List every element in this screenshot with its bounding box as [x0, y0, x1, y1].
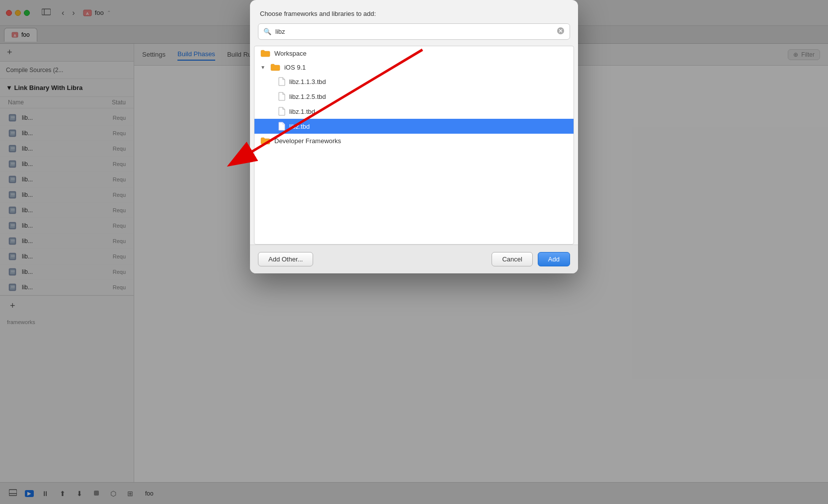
file-item-libz113[interactable]: libz.1.1.3.tbd [254, 74, 574, 89]
dialog-header: Choose frameworks and libraries to add: [250, 0, 578, 23]
file-list: Workspace ▼ iOS 9.1 libz.1.1.3. [254, 46, 574, 245]
search-input[interactable] [275, 28, 553, 35]
file-icon [278, 92, 285, 101]
search-icon: 🔍 [263, 28, 271, 35]
file-name: libz.tbd [289, 123, 310, 130]
file-icon [278, 122, 285, 131]
modal-overlay: Choose frameworks and libraries to add: … [0, 0, 828, 504]
file-name: libz.1.2.5.tbd [289, 93, 326, 100]
dialog-footer: Add Other... Cancel Add [250, 245, 578, 273]
add-other-button[interactable]: Add Other... [258, 252, 313, 266]
file-name: libz.1.1.3.tbd [289, 78, 326, 85]
folder-icon [260, 137, 270, 145]
file-icon [278, 107, 285, 116]
clear-search-button[interactable] [557, 27, 565, 36]
cancel-button[interactable]: Cancel [492, 252, 532, 266]
clear-icon [557, 27, 565, 35]
developer-frameworks-item[interactable]: Developer Frameworks [254, 134, 574, 148]
dialog-action-buttons: Cancel Add [492, 252, 570, 266]
ios91-item[interactable]: ▼ iOS 9.1 [254, 60, 574, 74]
disclosure-triangle: ▼ [260, 65, 265, 70]
developer-frameworks-label: Developer Frameworks [274, 137, 341, 145]
folder-icon [270, 63, 280, 71]
folder-icon [260, 49, 270, 57]
workspace-label: Workspace [274, 50, 307, 57]
file-item-libz125[interactable]: libz.1.2.5.tbd [254, 89, 574, 104]
workspace-item[interactable]: Workspace [254, 46, 574, 60]
ios91-label: iOS 9.1 [284, 64, 306, 71]
add-button[interactable]: Add [538, 252, 570, 266]
xcode-window: ‹ › A foo ⌃ A foo + [0, 0, 828, 504]
add-library-dialog: Choose frameworks and libraries to add: … [250, 0, 578, 273]
search-bar[interactable]: 🔍 [258, 23, 570, 40]
file-name: libz.1.tbd [289, 108, 315, 115]
dialog-title: Choose frameworks and libraries to add: [260, 10, 376, 17]
file-item-libz-selected[interactable]: libz.tbd [254, 119, 574, 134]
file-icon [278, 77, 285, 86]
file-item-libz1[interactable]: libz.1.tbd [254, 104, 574, 119]
